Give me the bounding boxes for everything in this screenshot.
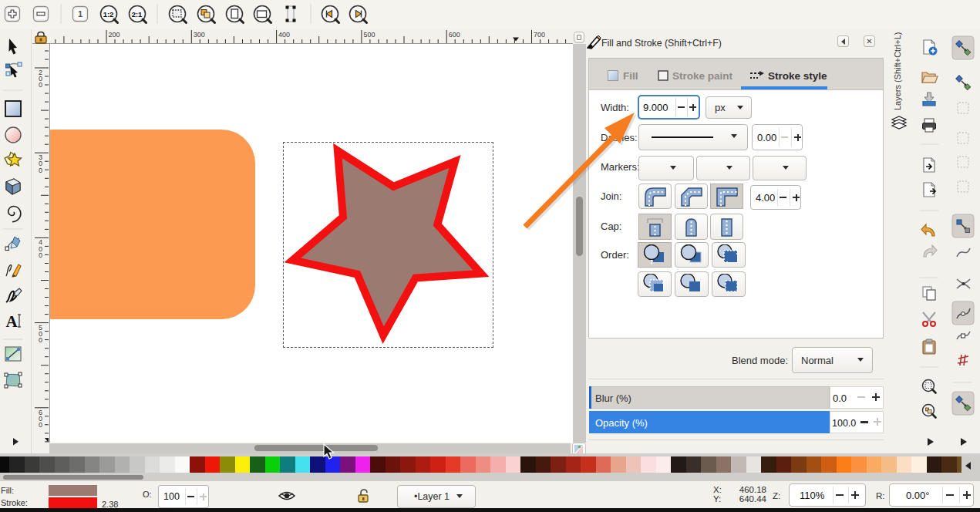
svg-text:0: 0 bbox=[39, 81, 42, 89]
svg-text:1: 1 bbox=[78, 9, 83, 19]
svg-text:0: 0 bbox=[39, 336, 42, 344]
svg-text:0: 0 bbox=[39, 251, 42, 259]
svg-text:1:2: 1:2 bbox=[103, 10, 114, 19]
svg-text:2:1: 2:1 bbox=[132, 10, 143, 19]
svg-text:300: 300 bbox=[194, 31, 205, 39]
svg-text:600: 600 bbox=[449, 31, 460, 39]
svg-text:A: A bbox=[5, 312, 18, 331]
svg-text:500: 500 bbox=[363, 31, 375, 39]
svg-text:400: 400 bbox=[278, 31, 290, 39]
svg-text:700: 700 bbox=[534, 31, 545, 39]
svg-text:0: 0 bbox=[39, 167, 42, 174]
svg-text:200: 200 bbox=[109, 31, 120, 39]
svg-text:0: 0 bbox=[39, 421, 42, 429]
